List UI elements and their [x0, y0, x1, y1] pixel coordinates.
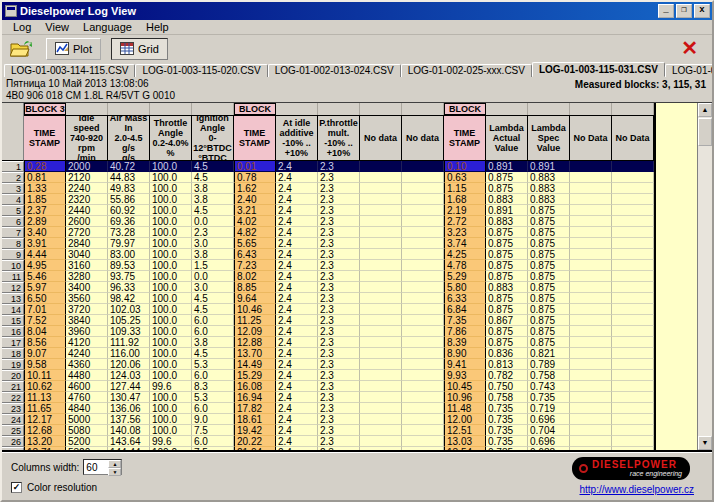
grid-cell[interactable]: 4240 [66, 348, 108, 359]
grid-cell[interactable] [612, 172, 654, 183]
grid-cell[interactable]: 14.49 [234, 359, 276, 370]
grid-cell[interactable]: 0.875 [486, 172, 528, 183]
grid-cell[interactable] [402, 216, 444, 227]
menu-view[interactable]: View [38, 21, 76, 33]
grid-cell[interactable] [360, 227, 402, 238]
grid-cell[interactable]: 7.86 [444, 326, 486, 337]
grid-cell[interactable]: 0.875 [528, 337, 570, 348]
column-header[interactable]: Lambda Actual Value [486, 115, 528, 161]
grid-cell[interactable]: 11.25 [234, 315, 276, 326]
grid-cell[interactable] [360, 414, 402, 425]
grid-cell[interactable]: 2.3 [318, 205, 360, 216]
grid-cell[interactable]: 124.03 [108, 370, 150, 381]
grid-cell[interactable] [570, 216, 612, 227]
grid-cell[interactable] [402, 205, 444, 216]
grid-cell[interactable]: 5.46 [24, 271, 66, 282]
grid-cell[interactable]: 4.5 [192, 172, 234, 183]
grid-cell[interactable]: 5.80 [444, 282, 486, 293]
grid-cell[interactable] [570, 172, 612, 183]
grid-cell[interactable]: 0.789 [528, 359, 570, 370]
grid-cell[interactable] [402, 260, 444, 271]
row-number[interactable]: 25 [2, 425, 24, 436]
grid-cell[interactable]: 0.875 [486, 249, 528, 260]
grid-cell[interactable]: 100.0 [150, 348, 192, 359]
grid-cell[interactable]: 10.96 [444, 392, 486, 403]
grid-cell[interactable]: 1.85 [24, 194, 66, 205]
grid-cell[interactable]: 3.0 [192, 282, 234, 293]
grid-cell[interactable]: 109.33 [108, 326, 150, 337]
grid-cell[interactable]: 8.04 [24, 326, 66, 337]
grid-cell[interactable] [360, 271, 402, 282]
grid-cell[interactable]: 2.4 [276, 172, 318, 183]
grid-cell[interactable]: 0.735 [486, 436, 528, 447]
tab-log-01-003-115-020-csv[interactable]: LOG-01-003-115-020.CSV [135, 64, 267, 77]
tab-log-01-003-115-031-csv[interactable]: LOG-01-003-115-031.CSV [532, 62, 665, 77]
grid-cell[interactable]: 2.3 [318, 161, 360, 172]
row-number[interactable]: 5 [2, 205, 24, 216]
row-number[interactable]: 26 [2, 436, 24, 447]
grid-cell[interactable]: 73.28 [108, 227, 150, 238]
grid-cell[interactable]: 2.4 [276, 304, 318, 315]
grid-cell[interactable]: 16.08 [234, 381, 276, 392]
grid-cell[interactable] [402, 447, 444, 450]
grid-cell[interactable]: 7.01 [24, 304, 66, 315]
grid-cell[interactable]: 127.44 [108, 381, 150, 392]
grid-cell[interactable]: 12.09 [234, 326, 276, 337]
grid-cell[interactable]: 0.0 [192, 216, 234, 227]
grid-cell[interactable]: 0.821 [528, 348, 570, 359]
grid-button[interactable]: Grid [111, 38, 168, 60]
grid-cell[interactable] [360, 238, 402, 249]
grid-cell[interactable]: 4120 [66, 337, 108, 348]
grid-cell[interactable]: 0.875 [528, 249, 570, 260]
grid-cell[interactable]: 8.90 [444, 348, 486, 359]
grid-cell[interactable]: 16.94 [234, 392, 276, 403]
grid-cell[interactable]: 2840 [66, 238, 108, 249]
column-header[interactable]: P.throttle mult. -10% .. +10% [318, 115, 360, 161]
grid-cell[interactable]: 2.4 [276, 238, 318, 249]
grid-cell[interactable]: 4.5 [192, 205, 234, 216]
grid-cell[interactable]: 3400 [66, 282, 108, 293]
grid-cell[interactable]: 2.4 [276, 194, 318, 205]
grid-cell[interactable]: 100.0 [150, 359, 192, 370]
grid-cell[interactable]: 3.21 [234, 205, 276, 216]
grid-cell[interactable]: 5.65 [234, 238, 276, 249]
grid-cell[interactable]: 2.3 [192, 227, 234, 238]
grid-cell[interactable] [612, 304, 654, 315]
grid-cell[interactable]: 4.5 [192, 161, 234, 172]
grid-cell[interactable]: 4.44 [24, 249, 66, 260]
grid-cell[interactable] [612, 348, 654, 359]
website-link[interactable]: http://www.dieselpower.cz [580, 484, 695, 495]
grid-cell[interactable]: 0.875 [486, 183, 528, 194]
grid-cell[interactable]: 2440 [66, 205, 108, 216]
grid-cell[interactable]: 2.4 [276, 271, 318, 282]
grid-cell[interactable] [612, 425, 654, 436]
grid-cell[interactable]: 100.0 [150, 172, 192, 183]
row-number[interactable]: 17 [2, 337, 24, 348]
grid-cell[interactable]: 0.883 [528, 194, 570, 205]
grid-cell[interactable] [402, 414, 444, 425]
grid-cell[interactable]: 4840 [66, 403, 108, 414]
grid-cell[interactable]: 0.875 [486, 260, 528, 271]
grid-cell[interactable] [402, 172, 444, 183]
grid-cell[interactable]: 0.875 [528, 238, 570, 249]
grid-cell[interactable] [570, 293, 612, 304]
grid-cell[interactable]: 7.52 [24, 315, 66, 326]
grid-cell[interactable]: 100.0 [150, 326, 192, 337]
row-number[interactable]: 21 [2, 381, 24, 392]
column-header[interactable]: TIME STAMP [444, 115, 486, 161]
close-button-icon[interactable]: x [694, 4, 710, 18]
grid-cell[interactable] [402, 293, 444, 304]
grid-cell[interactable]: 105.25 [108, 315, 150, 326]
grid-cell[interactable]: 3.8 [192, 183, 234, 194]
grid-cell[interactable]: 0.875 [486, 304, 528, 315]
row-number[interactable]: 7 [2, 227, 24, 238]
grid-cell[interactable]: 2320 [66, 194, 108, 205]
grid-cell[interactable] [570, 381, 612, 392]
grid-cell[interactable]: 0.81 [24, 172, 66, 183]
grid-cell[interactable] [360, 425, 402, 436]
grid-cell[interactable]: 17.82 [234, 403, 276, 414]
grid-cell[interactable]: 0.875 [528, 271, 570, 282]
grid-cell[interactable]: 0.10 [444, 161, 486, 172]
row-number[interactable]: 6 [2, 216, 24, 227]
grid-cell[interactable]: 2.3 [318, 414, 360, 425]
